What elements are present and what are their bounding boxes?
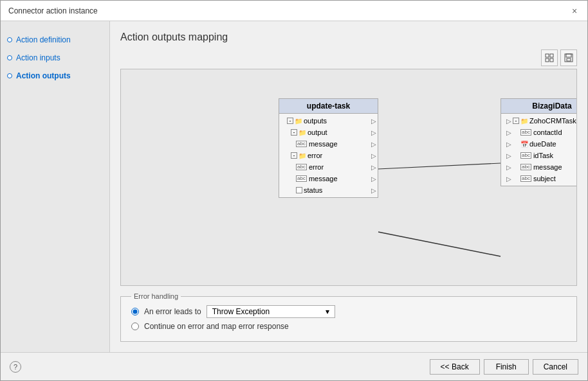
error-option-2-label: Continue on error and map error response	[144, 322, 289, 331]
row-label: message	[533, 163, 562, 171]
page-title: Action outputs mapping	[120, 31, 577, 43]
dot-icon	[7, 55, 12, 60]
arrow-icon: ▷	[371, 129, 376, 136]
expand-icon[interactable]: -	[513, 118, 519, 124]
dropdown-value: Throw Exception	[212, 307, 270, 316]
error-row-2: Continue on error and map error response	[131, 322, 566, 331]
finish-button[interactable]: Finish	[484, 359, 529, 375]
error-option-1-radio[interactable]	[131, 308, 139, 315]
error-handling-section: Error handling An error leads to Throw E…	[120, 292, 577, 342]
throw-exception-dropdown[interactable]: Throw Exception ▾	[207, 305, 335, 318]
error-option-2-radio[interactable]	[131, 323, 139, 330]
arrow-icon: ▷	[371, 175, 376, 182]
svg-rect-6	[567, 58, 571, 61]
folder-icon: 📁	[295, 117, 302, 125]
left-arrow-icon: ▷	[506, 129, 511, 136]
sidebar-item-action-outputs[interactable]: Action outputs	[7, 70, 103, 82]
dialog: Connector action instance × Action defin…	[0, 0, 588, 381]
bizagi-data-box: BizagiData ▷ - 📁 ZohoCRMTask	[501, 98, 577, 186]
table-row: ▷ abc subject	[501, 173, 577, 184]
close-button[interactable]: ×	[569, 6, 580, 16]
update-task-rows: - 📁 outputs ▷ - 📁	[279, 114, 378, 197]
row-label: ZohoCRMTask	[529, 117, 576, 125]
svg-line-7	[378, 232, 501, 256]
folder-icon: 📁	[520, 117, 528, 125]
save-icon	[564, 53, 574, 63]
sidebar-item-action-inputs[interactable]: Action inputs	[7, 52, 103, 64]
svg-rect-1	[550, 54, 553, 57]
bizagi-data-rows: ▷ - 📁 ZohoCRMTask ▷	[501, 114, 577, 186]
svg-rect-5	[566, 54, 571, 57]
content: Action definition Action inputs Action o…	[1, 21, 587, 352]
arrow-icon: ▷	[371, 118, 376, 125]
left-arrow-icon: ▷	[506, 118, 511, 125]
row-label: dueDate	[529, 140, 556, 148]
folder-icon: 📁	[299, 152, 306, 159]
svg-rect-2	[546, 58, 549, 62]
table-row: abc message ▷	[279, 138, 378, 150]
table-row: status ▷	[279, 184, 378, 196]
dialog-title: Connector action instance	[8, 6, 98, 15]
arrow-icon: ▷	[371, 187, 376, 194]
mapping-area: update-task - 📁 outputs ▷	[120, 69, 577, 286]
title-bar: Connector action instance ×	[1, 1, 587, 21]
arrow-icon: ▷	[371, 141, 376, 148]
sidebar-item-label: Action outputs	[16, 71, 71, 80]
layout-icon	[544, 53, 555, 63]
left-arrow-icon: ▷	[506, 141, 511, 148]
dropdown-arrow-icon: ▾	[326, 307, 329, 316]
error-row-1: An error leads to Throw Exception ▾	[131, 305, 566, 318]
footer: ? << Back Finish Cancel	[1, 352, 587, 380]
row-label: outputs	[304, 117, 327, 125]
arrow-icon: ▷	[371, 152, 376, 159]
table-row: - 📁 error ▷	[279, 150, 378, 161]
sidebar-item-label: Action inputs	[16, 53, 60, 62]
date-icon: 📅	[520, 141, 528, 148]
table-row: ▷ abc message	[501, 161, 577, 173]
footer-buttons: << Back Finish Cancel	[430, 359, 578, 375]
back-button[interactable]: << Back	[430, 359, 480, 375]
row-label: idTask	[533, 152, 553, 159]
layout-button[interactable]	[541, 49, 558, 66]
row-label: subject	[533, 175, 556, 182]
update-task-header: update-task	[279, 99, 378, 114]
abc-icon: abc	[520, 129, 531, 136]
arrow-icon: ▷	[371, 164, 376, 171]
abc-icon: abc	[296, 141, 307, 147]
dot-icon	[7, 73, 12, 78]
expand-icon[interactable]: -	[291, 152, 297, 159]
svg-rect-0	[546, 54, 549, 57]
sidebar-item-label: Action definition	[16, 35, 71, 44]
expand-icon[interactable]: -	[287, 118, 293, 124]
error-handling-legend: Error handling	[131, 292, 181, 300]
dot-icon	[7, 37, 12, 42]
table-row: - 📁 outputs ▷	[279, 115, 378, 127]
svg-line-8	[378, 163, 501, 169]
table-row: ▷ - 📁 ZohoCRMTask	[501, 115, 577, 127]
left-arrow-icon: ▷	[506, 175, 511, 182]
row-label: status	[304, 186, 322, 194]
left-arrow-icon: ▷	[506, 152, 511, 159]
table-row: ▷ abc idTask	[501, 150, 577, 161]
table-row: ▷ abc contactId	[501, 127, 577, 138]
cancel-button[interactable]: Cancel	[533, 359, 578, 375]
table-row: abc message ▷	[279, 173, 378, 184]
abc-icon: abc	[520, 164, 531, 170]
mapping-canvas: update-task - 📁 outputs ▷	[121, 69, 576, 285]
sidebar-item-action-definition[interactable]: Action definition	[7, 34, 103, 46]
row-label: output	[308, 128, 327, 136]
table-row: - 📁 output ▷	[279, 127, 378, 138]
save-button[interactable]	[560, 49, 577, 66]
abc-icon: abc	[520, 152, 531, 159]
row-label: error	[308, 152, 322, 159]
expand-icon[interactable]: -	[291, 129, 297, 136]
abc-icon: abc	[296, 164, 307, 170]
row-label: message	[309, 175, 338, 182]
help-button[interactable]: ?	[10, 361, 21, 373]
svg-rect-3	[550, 58, 553, 62]
error-option-1-label: An error leads to	[144, 307, 201, 316]
status-icon	[296, 187, 302, 193]
folder-icon: 📁	[299, 128, 306, 136]
row-label: message	[309, 140, 338, 148]
sidebar: Action definition Action inputs Action o…	[1, 21, 110, 352]
